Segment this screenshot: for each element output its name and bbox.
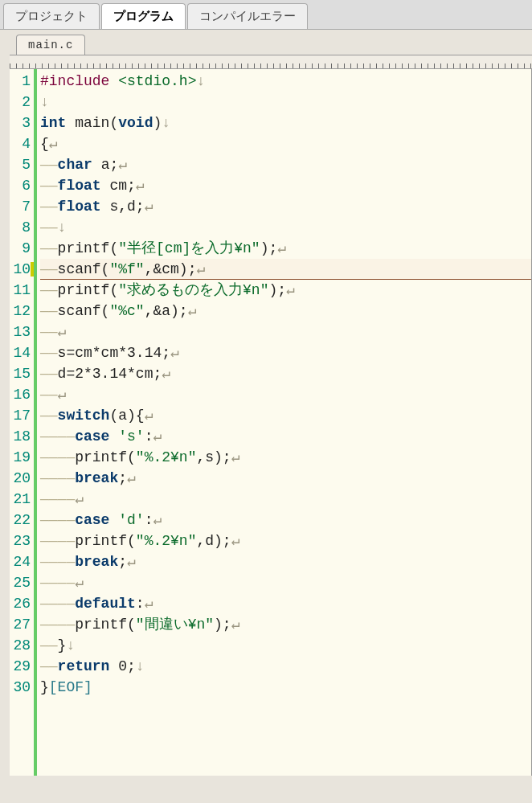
code-line[interactable]: ――scanf("%c",&a);↵ — [40, 301, 531, 322]
code-line[interactable]: int main(void)↓ — [40, 113, 531, 133]
code-area[interactable]: #include <stdio.h>↓↓int main(void)↓{↵――c… — [37, 69, 531, 776]
line-number: 3 — [10, 113, 31, 133]
line-number: 5 — [10, 154, 31, 175]
ruler — [10, 55, 532, 69]
tab-compile-error[interactable]: コンパイルエラー — [187, 3, 308, 29]
line-number: 18 — [10, 426, 31, 447]
line-number: 19 — [10, 447, 31, 468]
line-number: 21 — [10, 489, 31, 510]
code-line[interactable]: }[EOF] — [40, 677, 531, 698]
line-number: 22 — [10, 510, 31, 531]
line-number: 24 — [10, 551, 31, 572]
line-number: 26 — [10, 593, 31, 614]
tab-program[interactable]: プログラム — [101, 3, 186, 29]
code-line[interactable]: ――――printf("%.2¥n",d);↵ — [40, 531, 531, 551]
line-number: 17 — [10, 405, 31, 426]
main-tabs: プロジェクト プログラム コンパイルエラー — [0, 0, 532, 30]
code-line[interactable]: ――――default:↵ — [40, 593, 531, 614]
code-line[interactable]: ――}↓ — [40, 635, 531, 656]
line-number: 8 — [10, 217, 31, 238]
code-line[interactable]: ――float cm;↵ — [40, 175, 531, 196]
code-line[interactable]: {↵ — [40, 133, 531, 154]
code-line[interactable]: ――printf("求めるものを入力¥n");↵ — [40, 280, 531, 301]
line-number: 30 — [10, 677, 31, 698]
code-line[interactable]: ――scanf("%f",&cm);↵ — [40, 259, 531, 280]
line-number: 4 — [10, 133, 31, 154]
line-number: 10 — [10, 259, 31, 280]
line-number: 23 — [10, 531, 31, 551]
code-line[interactable]: ――――↵ — [40, 489, 531, 510]
code-line[interactable]: ――d=2*3.14*cm;↵ — [40, 363, 531, 384]
line-number: 12 — [10, 301, 31, 322]
code-line[interactable]: ――――case 'd':↵ — [40, 510, 531, 531]
line-number: 28 — [10, 635, 31, 656]
line-number-gutter: 1234567891011121314151617181920212223242… — [10, 69, 37, 776]
file-tabs: main.c — [0, 30, 532, 55]
code-line[interactable]: ――――break;↵ — [40, 468, 531, 489]
line-number: 7 — [10, 196, 31, 217]
line-number: 1 — [10, 71, 31, 92]
line-number: 14 — [10, 342, 31, 363]
code-line[interactable]: ――↵ — [40, 322, 531, 342]
code-line[interactable]: ↓ — [40, 92, 531, 113]
code-line[interactable]: ――return 0;↓ — [40, 656, 531, 677]
code-line[interactable]: ――printf("半径[cm]を入力¥n");↵ — [40, 238, 531, 259]
code-line[interactable]: ――――printf("間違い¥n");↵ — [40, 614, 531, 635]
code-line[interactable]: #include <stdio.h>↓ — [40, 71, 531, 92]
line-number: 25 — [10, 572, 31, 593]
line-number: 16 — [10, 384, 31, 405]
line-number: 29 — [10, 656, 31, 677]
line-number: 9 — [10, 238, 31, 259]
code-line[interactable]: ――――↵ — [40, 572, 531, 593]
code-line[interactable]: ――↵ — [40, 384, 531, 405]
code-line[interactable]: ――char a;↵ — [40, 154, 531, 175]
line-number: 27 — [10, 614, 31, 635]
code-line[interactable]: ――↓ — [40, 217, 531, 238]
code-line[interactable]: ――――printf("%.2¥n",s);↵ — [40, 447, 531, 468]
tab-project[interactable]: プロジェクト — [3, 3, 100, 29]
code-line[interactable]: ――――break;↵ — [40, 551, 531, 572]
line-number: 2 — [10, 92, 31, 113]
line-number: 15 — [10, 363, 31, 384]
line-number: 13 — [10, 322, 31, 342]
line-number: 11 — [10, 280, 31, 301]
line-number: 6 — [10, 175, 31, 196]
line-number: 20 — [10, 468, 31, 489]
code-line[interactable]: ――float s,d;↵ — [40, 196, 531, 217]
editor[interactable]: 1234567891011121314151617181920212223242… — [10, 69, 532, 776]
code-line[interactable]: ――――case 's':↵ — [40, 426, 531, 447]
code-line[interactable]: ――switch(a){↵ — [40, 405, 531, 426]
code-line[interactable]: ――s=cm*cm*3.14;↵ — [40, 342, 531, 363]
file-tab-main-c[interactable]: main.c — [16, 35, 85, 55]
